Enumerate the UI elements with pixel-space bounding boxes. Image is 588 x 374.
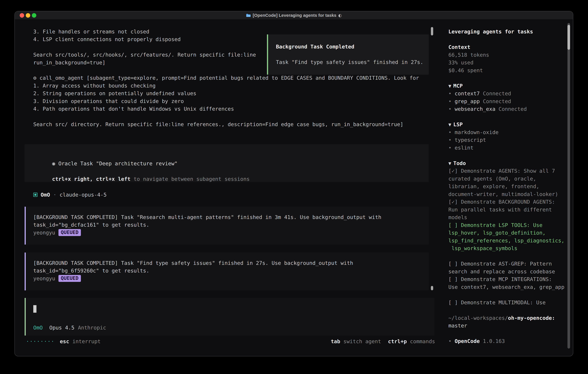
lsp-section-heading: ▼LSP (448, 121, 568, 128)
todo-item: [✓] Demonstrate AGENTS: Show all 7 curat… (448, 167, 568, 198)
text-cursor (33, 305, 36, 313)
output-line: ⚙ call_omo_agent [subagent_type=explore,… (33, 74, 419, 82)
context-percent-used: 33% used (448, 59, 568, 67)
minimize-button[interactable] (26, 13, 30, 18)
todo-item: [ ] Demonstrate MCP INTEGRATIONS: Use co… (448, 275, 568, 291)
sidebar-scrollbar-thumb[interactable] (567, 25, 570, 50)
task-message: [BACKGROUND TASK COMPLETED] Task "Find t… (25, 252, 429, 291)
message-text-line: task_id="bg_dcfac161" to get results. (33, 221, 429, 229)
message-author: yeongyu (33, 230, 55, 236)
message-text-line: [BACKGROUND TASK COMPLETED] Task "Resear… (33, 213, 429, 221)
context-amount-spent: $0.46 spent (448, 67, 568, 74)
close-button[interactable] (20, 13, 24, 18)
queued-badge: QUEUED (58, 275, 81, 282)
output-line: 1. Array access without bounds checking (33, 82, 419, 90)
task-message: [BACKGROUND TASK COMPLETED] Task "Resear… (25, 207, 429, 245)
mcp-item: • grep_app Connected (448, 97, 568, 105)
todo-item: [ ] Demonstrate MULTIMODAL: Use (448, 299, 568, 306)
status-bar: ········ esc interrupt tab switch agent … (26, 337, 435, 345)
main-scrollbar-thumb[interactable] (431, 286, 433, 290)
main-scrollbar-thumb[interactable] (431, 27, 433, 35)
context-tokens: 66,518 tokens (448, 51, 568, 59)
branch-name: master (448, 322, 568, 330)
queued-badge: QUEUED (58, 229, 81, 236)
context-heading: Context (448, 43, 568, 51)
todo-section-heading: ▼Todo (448, 159, 568, 167)
background-task-toast: Background Task Completed Task "Find typ… (267, 34, 429, 75)
toast-body: Task "Find type safety issues" finished … (276, 58, 429, 66)
chevron-down-icon: ▼ (448, 123, 451, 127)
output-line: Search src/ directory. Return specific f… (33, 120, 419, 128)
window-title-text: [OpenCode] Leveraging agents for tasks (253, 13, 336, 18)
agent-name: OmO (41, 192, 50, 198)
window-titlebar[interactable]: [OpenCode] Leveraging agents for tasks ◐ (15, 11, 573, 20)
mcp-section-heading: ▼MCP (448, 82, 568, 90)
mcp-item: • context7 Connected (448, 90, 568, 97)
zoom-button[interactable] (32, 13, 36, 18)
navigation-hint: ctrl+x right, ctrl+x left to navigate be… (33, 167, 429, 175)
lsp-item: • typescript (448, 136, 568, 144)
message-text-line: [BACKGROUND TASK COMPLETED] Task "Find t… (33, 259, 429, 267)
agent-session-header: OmO · claude-opus-4-5 (33, 191, 107, 198)
workspace-path: ~/local-workspaces/oh-my-opencode: (448, 314, 568, 322)
message-author: yeongyu (33, 276, 55, 281)
folder-icon (246, 13, 251, 17)
esc-key: esc (60, 338, 69, 344)
traffic-lights (20, 11, 36, 19)
prompt-input-box[interactable]: OmO Opus 4.5 Anthropic (25, 298, 434, 335)
oracle-task-icon: ◉ (52, 161, 58, 166)
commands-label: commands (410, 338, 435, 344)
todo-item: [ ] Demonstrate AST-GREP: Pattern search… (448, 260, 568, 275)
mcp-item: • websearch_exa Connected (448, 105, 568, 113)
ctrlp-key: ctrl+p (388, 338, 407, 344)
lsp-item: • eslint (448, 144, 568, 152)
sidebar: Leveraging agents for tasks Context 66,5… (443, 20, 573, 356)
terminal-window: [OpenCode] Leveraging agents for tasks ◐… (14, 11, 573, 356)
oracle-session-panel: ◉ Oracle Task "Deep architecture review"… (25, 144, 429, 182)
lsp-item: • markdown-oxide (448, 128, 568, 136)
bullet-icon: • (448, 106, 455, 112)
message-text-line: task_id="bg_6f59260c" to get results. (33, 267, 429, 274)
chevron-down-icon: ▼ (448, 84, 451, 88)
input-provider-label: Anthropic (78, 325, 106, 331)
output-line: 2. String operations on potentially unde… (33, 90, 419, 97)
separator-dot: · (53, 192, 56, 198)
sidebar-scrollbar-track[interactable] (567, 23, 570, 349)
hint-text: to navigate between subagent sessions (130, 176, 250, 182)
output-line: 3. Division operations that could divide… (33, 97, 419, 105)
switch-agent-label: switch agent (343, 338, 381, 344)
bullet-icon: • (448, 98, 455, 104)
bullet-icon: • (448, 129, 455, 135)
window-title: [OpenCode] Leveraging agents for tasks ◐ (246, 13, 342, 18)
output-line: 4. Path operations that don't handle Win… (33, 105, 419, 113)
hint-keys: ctrl+x right, ctrl+x left (52, 176, 130, 182)
toast-title: Background Task Completed (276, 43, 429, 51)
session-title: Leveraging agents for tasks (448, 28, 568, 36)
output-line (33, 113, 419, 120)
input-model-label: Opus 4.5 (49, 325, 74, 331)
oracle-task-title: Oracle Task "Deep architecture review" (58, 161, 178, 166)
todo-item: [ ] Demonstrate LSP TOOLS: Use lsp_hover… (448, 221, 568, 252)
agent-checkbox-icon (33, 193, 37, 197)
session-status-icon: ◐ (338, 13, 342, 18)
bullet-icon: • (448, 338, 455, 344)
todo-item: [✓] Demonstrate BACKGROUND AGENTS: Run p… (448, 198, 568, 221)
input-agent-label: OmO (33, 325, 43, 331)
agent-model: claude-opus-4-5 (60, 192, 107, 198)
bullet-icon: • (448, 137, 455, 143)
chevron-down-icon: ▼ (448, 161, 451, 166)
interrupt-label: interrupt (72, 338, 101, 344)
version-line: • OpenCode 1.0.163 (448, 337, 568, 345)
tab-key: tab (331, 338, 340, 344)
bullet-icon: • (448, 91, 455, 96)
bullet-icon: • (448, 145, 455, 151)
spinner-dots: ········ (26, 338, 54, 344)
